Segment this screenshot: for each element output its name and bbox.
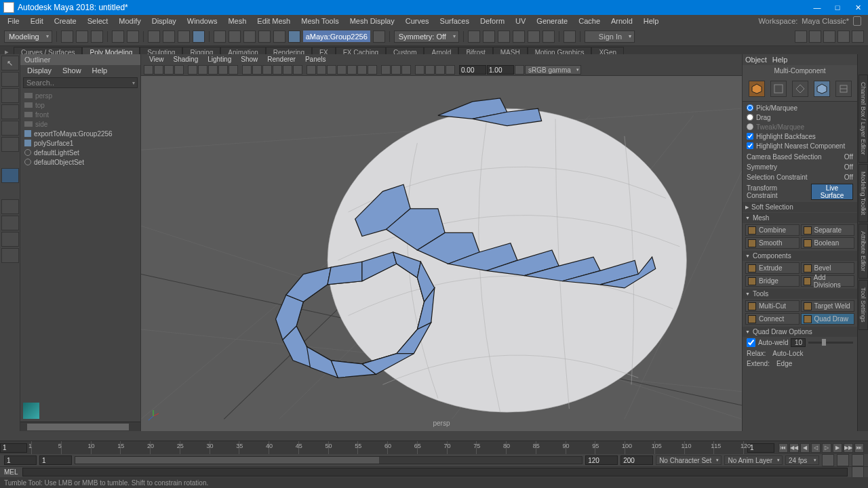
vp-icon[interactable] <box>337 65 347 75</box>
extend-value[interactable]: Edge <box>776 360 792 367</box>
vp-icon[interactable] <box>435 65 445 75</box>
scale-tool[interactable] <box>1 137 19 152</box>
viewport-menu-shading[interactable]: Shading <box>170 56 203 63</box>
components-header[interactable]: ▼Components <box>743 251 857 261</box>
snap-grid-icon[interactable] <box>214 30 226 43</box>
tools-header[interactable]: ▼Tools <box>743 289 857 299</box>
side-tab-channel-box-layer-editor[interactable]: Channel Box / Layer Editor <box>859 75 868 163</box>
vp-near-clip[interactable] <box>459 65 486 75</box>
vp-icon[interactable] <box>218 65 228 75</box>
outliner-item[interactable]: exportToMaya:Group2256 <box>20 129 140 138</box>
vp-icon[interactable] <box>293 65 302 75</box>
play-back-button[interactable]: ◁ <box>811 443 821 453</box>
vp-icon[interactable] <box>262 65 272 75</box>
outliner-menu-help[interactable]: Help <box>88 66 112 75</box>
quad-draw-button[interactable]: Quad Draw <box>801 313 855 325</box>
soft-selection-header[interactable]: ▶Soft Selection <box>743 202 857 212</box>
panel-layout-icon-2[interactable] <box>809 30 821 43</box>
sel-vert-icon[interactable] <box>148 30 160 43</box>
menu-file[interactable]: File <box>3 16 24 26</box>
vp-icon[interactable] <box>446 65 455 75</box>
layout-single-icon[interactable] <box>1 199 19 214</box>
range-end-inner[interactable] <box>585 455 618 465</box>
pick-marquee-radio[interactable] <box>747 104 753 111</box>
step-back-key-button[interactable]: ◀◀ <box>789 443 799 453</box>
vp-icon[interactable] <box>307 65 316 75</box>
quad-draw-options-header[interactable]: ▼Quad Draw Options <box>743 327 857 337</box>
viewport-menu-renderer[interactable]: Renderer <box>263 56 300 63</box>
vp-icon[interactable] <box>242 65 252 75</box>
vp-icon[interactable] <box>144 65 153 75</box>
vp-icon[interactable] <box>327 65 336 75</box>
snap-curve-icon[interactable] <box>229 30 241 43</box>
snap-live-icon[interactable] <box>273 30 285 43</box>
target-weld-button[interactable]: Target Weld <box>801 300 855 312</box>
menu-help[interactable]: Help <box>639 16 664 26</box>
snap-point-icon[interactable] <box>243 30 256 43</box>
side-tab-attribute-editor[interactable]: Attribute Editor <box>859 224 868 279</box>
pause-icon[interactable] <box>564 30 576 43</box>
anim-layer-combo[interactable]: No Anim Layer <box>724 455 783 465</box>
move-tool[interactable] <box>1 104 19 119</box>
smooth-button[interactable]: Smooth <box>745 237 800 249</box>
rpanel-menu-help[interactable]: Help <box>772 56 788 64</box>
viewport-menu-lighting[interactable]: Lighting <box>203 56 235 63</box>
vp-icon[interactable] <box>425 65 435 75</box>
menu-cache[interactable]: Cache <box>574 16 605 26</box>
go-start-button[interactable]: ⏮ <box>778 443 788 453</box>
vp-icon[interactable] <box>252 65 262 75</box>
go-end-button[interactable]: ⏭ <box>854 443 864 453</box>
range-start-outer[interactable] <box>4 455 37 465</box>
menu-edit-mesh[interactable]: Edit Mesh <box>252 16 295 26</box>
vp-icon[interactable] <box>415 65 425 75</box>
menu-curves[interactable]: Curves <box>401 16 434 26</box>
menu-edit[interactable]: Edit <box>26 16 48 26</box>
select-tool[interactable]: ↖ <box>1 56 19 70</box>
outliner-item[interactable]: defaultObjectSet <box>20 157 140 167</box>
menu-windows[interactable]: Windows <box>182 16 222 26</box>
live-clear-icon[interactable] <box>373 30 385 43</box>
auto-weld-value[interactable]: 10 <box>791 338 806 347</box>
vp-icon[interactable] <box>391 65 401 75</box>
vp-icon[interactable] <box>198 65 208 75</box>
multicut-button[interactable]: Multi-Cut <box>745 300 800 312</box>
extrude-button[interactable]: Extrude <box>745 262 800 274</box>
relax-value[interactable]: Auto-Lock <box>772 350 803 357</box>
live-object-field[interactable]: aMaya:Group2256 <box>303 30 370 42</box>
lock-icon[interactable] <box>853 16 861 26</box>
menu-arnold[interactable]: Arnold <box>606 16 637 26</box>
viewport-menu-panels[interactable]: Panels <box>301 56 330 63</box>
vp-icon[interactable] <box>154 65 163 75</box>
range-start-inner[interactable] <box>39 455 72 465</box>
vp-icon[interactable] <box>368 65 377 75</box>
live-surface-icon[interactable] <box>288 30 300 43</box>
edge-mode-icon[interactable] <box>792 81 808 97</box>
trans-constraint-value[interactable]: Live Surface <box>811 184 853 200</box>
symmetry-value[interactable]: Off <box>844 163 853 171</box>
auto-weld-check[interactable] <box>747 338 755 347</box>
fps-combo[interactable]: 24 fps <box>785 455 819 465</box>
light-editor-icon[interactable] <box>528 30 540 43</box>
mode-selector[interactable]: Modeling <box>4 30 52 43</box>
workspace-value[interactable]: Maya Classic* <box>802 17 849 25</box>
menu-mesh-display[interactable]: Mesh Display <box>345 16 399 26</box>
vertex-mode-icon[interactable] <box>770 81 787 97</box>
outliner-item[interactable]: top <box>20 100 140 110</box>
separate-button[interactable]: Separate <box>801 224 855 236</box>
cam-sel-value[interactable]: Off <box>844 153 853 161</box>
sel-constraint-value[interactable]: Off <box>844 174 853 181</box>
menu-modify[interactable]: Modify <box>114 16 145 26</box>
open-scene-icon[interactable] <box>76 30 88 43</box>
menu-surfaces[interactable]: Surfaces <box>435 16 474 26</box>
signin-button[interactable]: Sign In <box>585 30 635 43</box>
menu-mesh-tools[interactable]: Mesh Tools <box>296 16 343 26</box>
menu-select[interactable]: Select <box>83 16 113 26</box>
highlight-backfaces-check[interactable] <box>747 133 753 140</box>
script-editor-icon[interactable] <box>852 466 864 479</box>
connect-button[interactable]: Connect <box>745 313 800 325</box>
outliner-tree[interactable]: persptopfrontsideexportToMaya:Group2256p… <box>20 89 140 246</box>
layout-outliner-icon[interactable] <box>1 248 19 263</box>
close-button[interactable]: ✕ <box>848 0 868 15</box>
outliner-item[interactable]: side <box>20 119 140 129</box>
drag-radio[interactable] <box>747 114 753 121</box>
